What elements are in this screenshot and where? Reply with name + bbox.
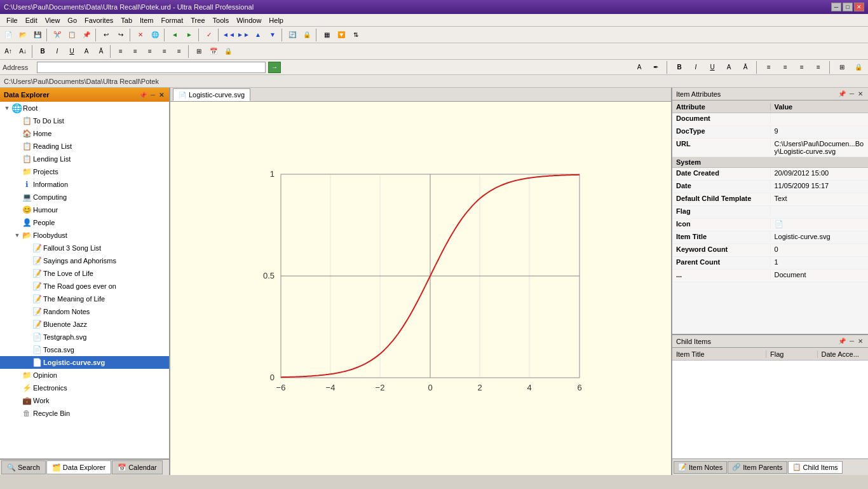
ci-min-btn[interactable]: ─ <box>848 338 855 345</box>
tree-item-work[interactable]: 💼Work <box>0 394 169 407</box>
menu-tools[interactable]: Tools <box>209 16 233 25</box>
grid-btn[interactable]: ▦ <box>320 28 334 42</box>
tree-expand-tosca[interactable] <box>23 345 32 354</box>
addr-btn1[interactable]: A <box>632 60 646 74</box>
tree-item-todo[interactable]: 📋To Do List <box>0 114 169 127</box>
minimize-button[interactable]: ─ <box>831 3 841 11</box>
tree-item-logistic[interactable]: 📄Logistic-curve.svg <box>0 356 169 369</box>
ci-close-btn[interactable]: ✕ <box>857 338 864 345</box>
de-min-btn[interactable]: ─ <box>149 92 156 99</box>
fmt-align1[interactable]: ≡ <box>114 45 128 59</box>
tree-item-sayings[interactable]: 📝Sayings and Aphorisms <box>0 254 169 267</box>
addr-under[interactable]: U <box>705 60 719 74</box>
back-btn[interactable]: ◄ <box>168 28 182 42</box>
menu-tab[interactable]: Tab <box>117 16 136 25</box>
tree-expand-opinion[interactable] <box>13 371 22 380</box>
tree-expand-fallout[interactable] <box>23 244 32 252</box>
addr-font2[interactable]: Ā <box>738 60 752 74</box>
tree-item-road[interactable]: 📝The Road goes ever on <box>0 280 169 293</box>
addr-align2[interactable]: ≡ <box>778 60 792 74</box>
close-button[interactable]: ✕ <box>854 3 864 11</box>
tree-expand-lending[interactable] <box>13 155 22 163</box>
forward-btn[interactable]: ► <box>182 28 196 42</box>
fmt-cal-btn[interactable]: 📅 <box>207 45 220 59</box>
tree-item-root[interactable]: ▼🌐Root <box>0 102 169 114</box>
new-btn[interactable]: 📄 <box>1 28 15 42</box>
fmt-lock2-btn[interactable]: 🔒 <box>221 45 235 59</box>
fmt-btn7[interactable]: Ā <box>94 45 108 59</box>
tree-expand-floobydust[interactable]: ▼ <box>13 231 22 240</box>
tree-expand-projects[interactable] <box>13 167 22 176</box>
tree-expand-computing[interactable] <box>13 193 22 202</box>
menu-edit[interactable]: Edit <box>22 16 41 25</box>
fmt-table-btn[interactable]: ⊞ <box>192 45 206 59</box>
address-input[interactable] <box>37 62 266 73</box>
nav-back-btn[interactable]: ◄◄ <box>222 28 236 42</box>
tree-item-fallout[interactable]: 📝Fallout 3 Song List <box>0 242 169 254</box>
tree-item-recycle[interactable]: 🗑Recycle Bin <box>0 407 169 420</box>
tree-item-meaning[interactable]: 📝The Meaning of Life <box>0 293 169 305</box>
nav-down-btn[interactable]: ▼ <box>266 28 280 42</box>
paste-btn[interactable]: 📌 <box>79 28 93 42</box>
maximize-button[interactable]: □ <box>843 3 853 11</box>
nav-up-btn[interactable]: ▲ <box>251 28 265 42</box>
tree-expand-recycle[interactable] <box>13 409 22 418</box>
filter-btn[interactable]: 🔽 <box>334 28 348 42</box>
tree-expand-bluenote[interactable] <box>23 320 32 329</box>
open-btn[interactable]: 📂 <box>16 28 30 42</box>
ia-close-btn[interactable]: ✕ <box>857 90 864 97</box>
tab-calendar[interactable]: 📅 Calendar <box>112 460 163 474</box>
menu-window[interactable]: Window <box>233 16 265 25</box>
tab-item-parents[interactable]: 🔗 Item Parents <box>728 461 787 474</box>
tree-expand-root[interactable]: ▼ <box>3 104 11 113</box>
tree-item-people[interactable]: 👤People <box>0 216 169 229</box>
web-btn[interactable]: 🌐 <box>148 28 162 42</box>
de-pin-btn[interactable]: 📌 <box>138 92 148 99</box>
tab-data-explorer[interactable]: 🗂️ Data Explorer <box>46 460 111 474</box>
save-btn[interactable]: 💾 <box>31 28 44 42</box>
addr-align1[interactable]: ≡ <box>762 60 776 74</box>
fmt-align2[interactable]: ≡ <box>128 45 142 59</box>
addr-italic[interactable]: I <box>689 60 703 74</box>
tab-child-items[interactable]: 📋 Child Items <box>788 461 843 474</box>
tree-item-random[interactable]: 📝Random Notes <box>0 305 169 318</box>
copy-btn[interactable]: 📋 <box>65 28 79 42</box>
tree-area[interactable]: ▼🌐Root📋To Do List🏠Home📋Reading List📋Lend… <box>0 102 169 458</box>
tree-item-opinion[interactable]: 📁Opinion <box>0 369 169 382</box>
tree-item-floobydust[interactable]: ▼📂Floobydust <box>0 229 169 242</box>
menu-favorites[interactable]: Favorites <box>81 16 117 25</box>
tree-expand-testgraph[interactable] <box>23 333 32 341</box>
logistic-tab[interactable]: 📄 Logistic-curve.svg <box>173 88 250 101</box>
menu-item[interactable]: Item <box>136 16 157 25</box>
tree-expand-logistic[interactable] <box>23 358 32 367</box>
ci-pin-btn[interactable]: 📌 <box>837 338 847 345</box>
fmt-align4[interactable]: ≡ <box>158 45 172 59</box>
tree-expand-love[interactable] <box>23 269 32 278</box>
tree-expand-humour[interactable] <box>13 205 22 214</box>
nav-fwd-btn[interactable]: ►► <box>236 28 250 42</box>
tree-item-tosca[interactable]: 📄Tosca.svg <box>0 343 169 356</box>
tree-item-lending[interactable]: 📋Lending List <box>0 153 169 165</box>
redo-btn[interactable]: ↪ <box>114 28 128 42</box>
menu-view[interactable]: View <box>41 16 64 25</box>
tree-expand-electronics[interactable] <box>13 383 22 392</box>
address-go-button[interactable]: → <box>268 62 281 73</box>
check-btn[interactable]: ✓ <box>202 28 216 42</box>
cut-btn[interactable]: ✂️ <box>50 28 64 42</box>
tree-expand-people[interactable] <box>13 218 22 227</box>
tree-item-electronics[interactable]: ⚡Electronics <box>0 382 169 394</box>
tab-item-notes[interactable]: 📝 Item Notes <box>674 461 727 474</box>
fmt-align3[interactable]: ≡ <box>143 45 157 59</box>
fmt-btn5[interactable]: U <box>65 45 79 59</box>
addr-lock[interactable]: 🔒 <box>851 60 865 74</box>
tree-expand-random[interactable] <box>23 307 32 316</box>
tree-item-projects[interactable]: 📁Projects <box>0 165 169 178</box>
fmt-btn6[interactable]: A <box>79 45 93 59</box>
tree-item-testgraph[interactable]: 📄Testgraph.svg <box>0 331 169 343</box>
fmt-btn1[interactable]: A↑ <box>1 45 15 59</box>
menu-format[interactable]: Format <box>157 16 187 25</box>
lock-btn[interactable]: 🔒 <box>300 28 314 42</box>
tree-item-humour[interactable]: 😊Humour <box>0 203 169 216</box>
addr-btn2[interactable]: ✒ <box>649 60 663 74</box>
de-close-btn[interactable]: ✕ <box>158 92 165 99</box>
